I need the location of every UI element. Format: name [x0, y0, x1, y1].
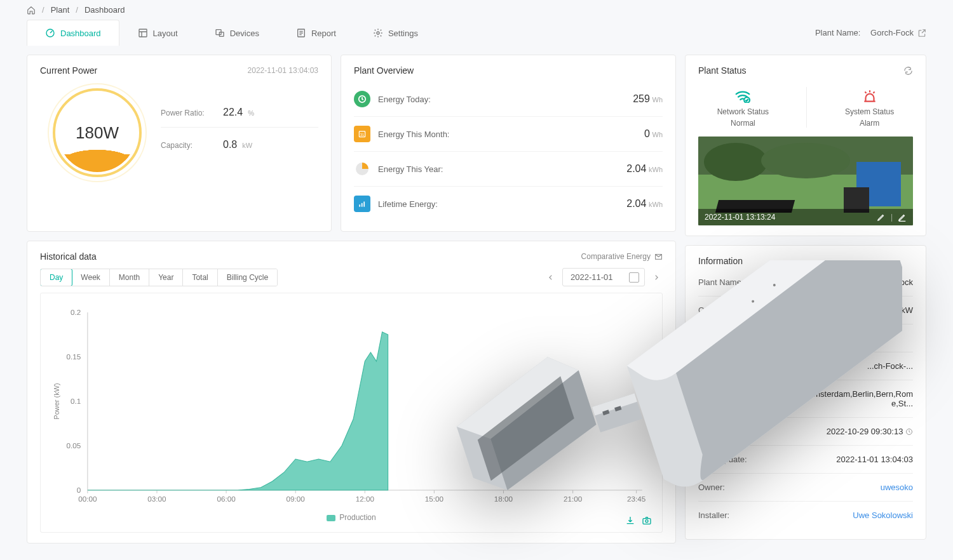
- svg-text:15:00: 15:00: [425, 495, 443, 503]
- svg-point-49: [761, 143, 850, 178]
- camera-icon[interactable]: [642, 516, 652, 526]
- svg-text:06:00: 06:00: [217, 495, 235, 503]
- svg-text:12:00: 12:00: [356, 495, 374, 503]
- range-day[interactable]: Day: [40, 269, 72, 286]
- home-icon[interactable]: [27, 6, 36, 15]
- devices-icon: [215, 28, 225, 38]
- svg-text:0.2: 0.2: [71, 309, 81, 316]
- bar-chart-icon: [354, 196, 370, 212]
- range-billing[interactable]: Billing Cycle: [218, 269, 277, 286]
- svg-rect-12: [363, 202, 365, 207]
- svg-rect-1: [139, 29, 147, 37]
- svg-text:0: 0: [77, 486, 81, 494]
- svg-text:00:00: 00:00: [78, 495, 97, 503]
- date-picker[interactable]: 2022-11-01: [562, 268, 645, 286]
- pencil-icon[interactable]: [877, 213, 886, 222]
- svg-text:31: 31: [360, 133, 364, 137]
- chart-legend: Production: [47, 513, 656, 522]
- card-plant-overview: Plant Overview Energy Today: 259 Wh 31 E…: [341, 55, 676, 232]
- overview-row-year: Energy This Year: 2.04 kWh: [354, 152, 663, 187]
- svg-rect-11: [362, 203, 363, 207]
- wifi-ok-icon: [734, 87, 752, 105]
- tab-settings[interactable]: Settings: [355, 20, 436, 46]
- refresh-icon[interactable]: [903, 66, 913, 76]
- svg-text:0.15: 0.15: [66, 353, 81, 361]
- card-current-power: Current Power 2022-11-01 13:04:03 180W P…: [27, 55, 332, 232]
- breadcrumb: / Plant / Dashboard: [0, 0, 953, 20]
- info-country: Country/Region:: [698, 324, 913, 352]
- overview-row-lifetime: Lifetime Energy: 2.04 kWh: [354, 187, 663, 221]
- svg-text:09:00: 09:00: [287, 495, 305, 503]
- svg-point-5: [377, 32, 379, 34]
- range-week[interactable]: Week: [72, 269, 109, 286]
- date-next[interactable]: [650, 271, 663, 284]
- info-owner: Owner:uwesoko: [698, 474, 913, 502]
- date-prev[interactable]: [544, 271, 557, 284]
- range-total[interactable]: Total: [183, 269, 217, 286]
- current-power-timestamp: 2022-11-01 13:04:03: [248, 66, 318, 75]
- plant-photo: 2022-11-01 13:13:24 |: [698, 137, 913, 225]
- clock-icon: [354, 91, 370, 107]
- card-plant-status: Plant Status Network Status Normal Syste…: [685, 55, 926, 236]
- svg-text:03:00: 03:00: [147, 495, 166, 503]
- card-historical-data: Historical data Comparative Energy Day W…: [27, 241, 676, 543]
- tab-layout[interactable]: Layout: [119, 20, 196, 46]
- tab-dashboard[interactable]: Dashboard: [27, 20, 119, 46]
- tab-report[interactable]: Report: [278, 20, 355, 46]
- system-status: System Status Alarm: [845, 87, 894, 128]
- breadcrumb-plant[interactable]: Plant: [51, 5, 70, 15]
- historical-title: Historical data: [40, 251, 97, 262]
- svg-text:23:45: 23:45: [627, 495, 645, 503]
- info-capacity: Capacity:0.8 kW: [698, 297, 913, 324]
- svg-point-41: [645, 520, 648, 523]
- svg-text:Power (kW): Power (kW): [53, 383, 60, 420]
- pie-icon: [354, 161, 370, 177]
- gear-icon: [373, 28, 383, 38]
- report-icon: [296, 28, 306, 38]
- alarm-icon: [861, 87, 879, 105]
- info-data-update: Data Update:2022-11-01 13:04:03: [698, 446, 913, 474]
- external-link-icon[interactable]: [917, 29, 926, 37]
- overview-row-today: Energy Today: 259 Wh: [354, 82, 663, 117]
- gauge-icon: [45, 28, 55, 38]
- information-title: Information: [698, 256, 743, 266]
- info-address: ...ch-Fock-...: [698, 352, 913, 380]
- edit-underline-icon[interactable]: [898, 213, 907, 222]
- download-chart-icon[interactable]: [625, 516, 635, 526]
- production-chart: 00.050.10.150.2Power (kW)00:0003:0006:00…: [47, 300, 656, 516]
- svg-text:0.05: 0.05: [66, 442, 81, 450]
- photo-timestamp: 2022-11-01 13:13:24: [705, 213, 775, 222]
- svg-point-48: [704, 143, 767, 181]
- breadcrumb-dashboard[interactable]: Dashboard: [84, 5, 125, 15]
- power-ratio-row: Power Ratio: 22.4 %: [161, 107, 318, 128]
- plant-name-label: Plant Name: Gorch-Fock: [815, 28, 926, 37]
- network-status: Network Status Normal: [717, 87, 769, 128]
- svg-text:21:00: 21:00: [564, 495, 582, 503]
- card-information: Information Plant Name:Gorch-Fock Capaci…: [685, 245, 926, 540]
- layout-icon: [138, 28, 148, 38]
- plant-status-title: Plant Status: [698, 65, 747, 76]
- svg-text:0.1: 0.1: [71, 397, 81, 405]
- range-year[interactable]: Year: [149, 269, 183, 286]
- svg-text:18:00: 18:00: [494, 495, 513, 503]
- svg-rect-40: [643, 519, 651, 524]
- info-installer: Installer:Uwe Sokolowski: [698, 502, 913, 529]
- info-created: 2022-10-29 09:30:13: [698, 418, 913, 446]
- range-group: Day Week Month Year Total Billing Cycle: [40, 269, 278, 286]
- power-gauge: 180W: [53, 88, 142, 177]
- tabs-row: Dashboard Layout Devices Report Settings…: [0, 20, 953, 46]
- overview-row-month: 31 Energy This Month: 0 Wh: [354, 117, 663, 152]
- info-plant-name: Plant Name:Gorch-Fock: [698, 269, 913, 297]
- current-power-title: Current Power: [40, 65, 97, 76]
- plant-overview-title: Plant Overview: [354, 65, 414, 76]
- svg-rect-10: [359, 204, 360, 207]
- comparative-energy-link[interactable]: Comparative Energy: [581, 252, 663, 261]
- info-timezone: ...:00) Amsterdam,Berlin,Bern,Rome,St...: [698, 380, 913, 418]
- range-month[interactable]: Month: [110, 269, 149, 286]
- tab-devices[interactable]: Devices: [196, 20, 278, 46]
- capacity-row: Capacity: 0.8 kW: [161, 139, 318, 159]
- calendar-icon: 31: [354, 126, 370, 142]
